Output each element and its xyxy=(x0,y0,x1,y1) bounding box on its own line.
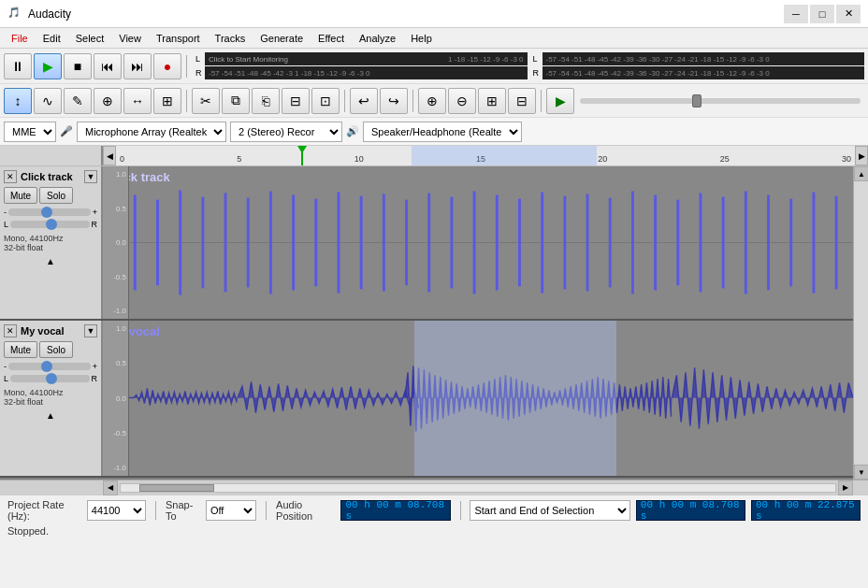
vu-record-l[interactable]: Click to Start Monitoring 1 -18 -15 -12 … xyxy=(205,52,528,65)
zoom-sel-button[interactable]: ⊟ xyxy=(508,88,536,114)
svg-rect-18 xyxy=(496,195,499,291)
vu-play-l[interactable]: -57 -54 -51 -48 -45 -42 -39 -36 -30 -27 … xyxy=(542,52,865,65)
zoom-in-button[interactable]: ⊕ xyxy=(418,88,446,114)
vocal-track-mute[interactable]: Mute xyxy=(4,341,37,358)
click-track-row: ✕ Click track ▼ Mute Solo - + L xyxy=(0,166,853,321)
window-title: Audacity xyxy=(28,7,784,21)
svg-rect-19 xyxy=(518,199,521,287)
paste-button[interactable]: ⎗ xyxy=(252,88,280,114)
sep3 xyxy=(344,90,345,112)
status-sep2 xyxy=(266,501,267,520)
menu-effect[interactable]: Effect xyxy=(311,31,352,46)
selection-start-display[interactable]: 00 h 00 m 08.708 s xyxy=(636,500,745,521)
vocal-track-solo[interactable]: Solo xyxy=(39,341,73,358)
scrollbar-up[interactable]: ▲ xyxy=(854,166,868,181)
redo-button[interactable]: ↪ xyxy=(380,88,408,114)
click-track-gain-thumb[interactable] xyxy=(41,207,52,218)
play-button[interactable]: ▶ xyxy=(34,53,62,79)
tracks-scrollbar-v[interactable]: ▲ ▼ xyxy=(853,166,868,480)
zoom-fit-button[interactable]: ⊞ xyxy=(478,88,506,114)
speed-slider-thumb[interactable] xyxy=(692,94,702,108)
vu-play-r[interactable]: -57 -54 -51 -48 -45 -42 -39 -36 -30 -27 … xyxy=(542,66,865,79)
status-row-2: Stopped. xyxy=(7,525,861,537)
menu-view[interactable]: View xyxy=(111,31,149,46)
cut-button[interactable]: ✂ xyxy=(192,88,220,114)
scrollbar-down[interactable]: ▼ xyxy=(854,465,868,480)
menu-analyze[interactable]: Analyze xyxy=(352,31,403,46)
envelope-tool[interactable]: ∿ xyxy=(34,88,62,114)
click-track-waveform[interactable]: 1.0 0.5 0.0 -0.5 -1.0 xyxy=(103,166,853,319)
copy-button[interactable]: ⧉ xyxy=(222,88,250,114)
pan-l: L xyxy=(4,220,8,229)
menu-file[interactable]: File xyxy=(4,31,36,46)
vocal-track-pan-slider[interactable] xyxy=(10,375,89,382)
zoom-out-button[interactable]: ⊖ xyxy=(448,88,476,114)
select-tool[interactable]: ↕ xyxy=(4,88,32,114)
click-track-dropdown[interactable]: ▼ xyxy=(84,170,97,183)
maximize-button[interactable]: □ xyxy=(810,5,834,23)
click-track-close[interactable]: ✕ xyxy=(4,170,17,183)
ruler-scroll-left[interactable]: ◀ xyxy=(103,146,116,165)
project-rate-select[interactable]: 44100 xyxy=(87,500,146,521)
menu-edit[interactable]: Edit xyxy=(36,31,68,46)
vu-r-label: R xyxy=(195,68,203,78)
vocal-track-gain-thumb[interactable] xyxy=(41,361,52,372)
pause-button[interactable]: ⏸ xyxy=(4,53,32,79)
vocal-track-close[interactable]: ✕ xyxy=(4,324,17,337)
click-track-mute[interactable]: Mute xyxy=(4,187,37,204)
h-scroll-right[interactable]: ▶ xyxy=(838,480,853,495)
speaker-device-select[interactable]: Speaker/Headphone (Realte xyxy=(363,122,522,142)
h-scroll-left[interactable]: ◀ xyxy=(103,480,118,495)
ruler-track-area[interactable]: 0 5 10 15 20 25 30 xyxy=(116,146,855,165)
pan-r: R xyxy=(92,220,98,229)
playback-speed-slider[interactable] xyxy=(580,98,861,104)
multi-tool[interactable]: ⊞ xyxy=(153,88,181,114)
api-select[interactable]: MME xyxy=(4,122,56,142)
selection-mode-select[interactable]: Start and End of Selection xyxy=(470,500,629,521)
vocal-track-waveform[interactable]: 1.0 0.5 0.0 -0.5 -1.0 xyxy=(103,321,853,476)
h-scrollbar-thumb[interactable] xyxy=(139,484,214,492)
svg-rect-30 xyxy=(767,195,770,291)
click-track-expand[interactable]: ▲ xyxy=(4,256,97,266)
vocal-track-dropdown[interactable]: ▼ xyxy=(84,324,97,337)
skip-end-button[interactable]: ⏭ xyxy=(123,53,152,79)
record-button[interactable]: ● xyxy=(153,53,181,79)
vocal-track-gain: - + xyxy=(4,362,97,371)
audio-position-display[interactable]: 00 h 00 m 08.708 s xyxy=(340,500,450,521)
vu-record-r[interactable]: -57 -54 -51 -48 -45 -42 -3 1 -18 -15 -12… xyxy=(205,66,528,79)
click-track-name[interactable]: Click track xyxy=(17,171,84,182)
mic-device-select[interactable]: Microphone Array (Realtek xyxy=(77,122,226,142)
h-scrollbar-track[interactable] xyxy=(120,483,836,493)
vocal-track-expand[interactable]: ▲ xyxy=(4,410,97,421)
vocal-track-pan-thumb[interactable] xyxy=(46,373,57,384)
click-track-solo[interactable]: Solo xyxy=(39,187,73,204)
snap-to-select[interactable]: Off xyxy=(206,500,256,521)
skip-start-button[interactable]: ⏮ xyxy=(94,53,122,79)
zoom-tool[interactable]: ⊕ xyxy=(94,88,122,114)
time-shift-tool[interactable]: ↔ xyxy=(123,88,152,114)
trim-button[interactable]: ⊟ xyxy=(282,88,310,114)
menu-help[interactable]: Help xyxy=(403,31,440,46)
menu-transport[interactable]: Transport xyxy=(149,31,208,46)
speaker-icon: 🔊 xyxy=(346,125,359,137)
vocal-track-name[interactable]: My vocal xyxy=(17,325,84,337)
click-track-pan-slider[interactable] xyxy=(10,221,89,228)
draw-tool[interactable]: ✎ xyxy=(64,88,92,114)
close-button[interactable]: ✕ xyxy=(836,5,861,23)
play-at-speed[interactable]: ▶ xyxy=(546,88,574,114)
menu-select[interactable]: Select xyxy=(68,31,112,46)
svg-rect-22 xyxy=(586,194,589,292)
stop-button[interactable]: ■ xyxy=(64,53,92,79)
minimize-button[interactable]: ─ xyxy=(784,5,808,23)
menu-generate[interactable]: Generate xyxy=(253,31,311,46)
ruler-scroll-right[interactable]: ▶ xyxy=(855,146,868,165)
vocal-track-gain-slider[interactable] xyxy=(8,363,91,370)
scrollbar-track[interactable] xyxy=(854,181,868,465)
channels-select[interactable]: 2 (Stereo) Recor xyxy=(230,122,342,142)
click-track-gain-slider[interactable] xyxy=(8,208,91,216)
undo-button[interactable]: ↩ xyxy=(350,88,378,114)
click-track-pan-thumb[interactable] xyxy=(46,219,57,230)
selection-end-display[interactable]: 00 h 00 m 22.875 s xyxy=(751,500,861,521)
silence-button[interactable]: ⊡ xyxy=(311,88,340,114)
menu-tracks[interactable]: Tracks xyxy=(208,31,253,46)
